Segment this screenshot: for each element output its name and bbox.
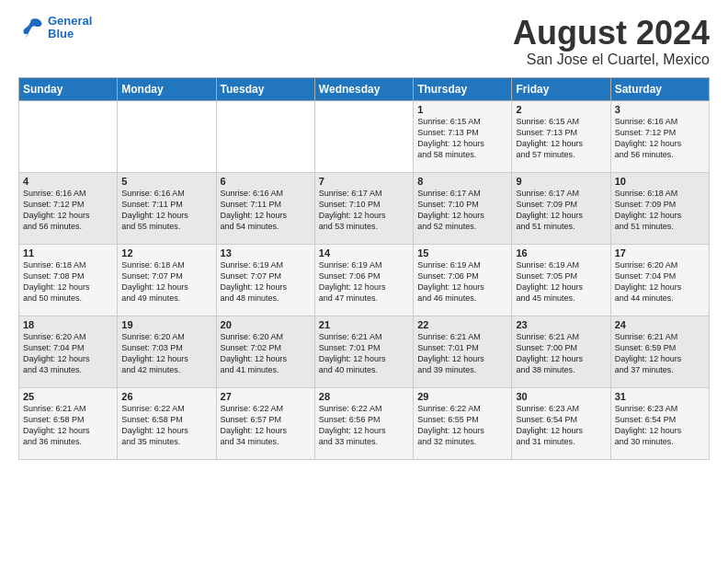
- day-header-sunday: Sunday: [19, 77, 118, 100]
- calendar-cell: 10Sunrise: 6:18 AM Sunset: 7:09 PM Dayli…: [610, 172, 709, 244]
- day-number: 8: [417, 176, 507, 187]
- logo: General Blue: [18, 15, 92, 41]
- subtitle: San Jose el Cuartel, Mexico: [513, 52, 710, 68]
- cell-info: Sunrise: 6:21 AM Sunset: 7:01 PM Dayligh…: [319, 331, 409, 376]
- calendar-cell: 11Sunrise: 6:18 AM Sunset: 7:08 PM Dayli…: [19, 244, 118, 316]
- day-number: 3: [615, 104, 705, 115]
- calendar-cell: 19Sunrise: 6:20 AM Sunset: 7:03 PM Dayli…: [118, 316, 216, 387]
- calendar-cell: [314, 100, 413, 172]
- cell-info: Sunrise: 6:21 AM Sunset: 7:01 PM Dayligh…: [417, 331, 507, 376]
- cell-info: Sunrise: 6:19 AM Sunset: 7:07 PM Dayligh…: [221, 259, 311, 304]
- day-header-wednesday: Wednesday: [314, 77, 413, 100]
- day-number: 6: [221, 176, 311, 187]
- calendar-cell: 23Sunrise: 6:21 AM Sunset: 7:00 PM Dayli…: [512, 316, 610, 387]
- logo-line1: General: [48, 15, 92, 28]
- calendar-week-3: 11Sunrise: 6:18 AM Sunset: 7:08 PM Dayli…: [19, 244, 710, 316]
- cell-info: Sunrise: 6:18 AM Sunset: 7:07 PM Dayligh…: [121, 259, 211, 304]
- calendar-cell: 31Sunrise: 6:23 AM Sunset: 6:54 PM Dayli…: [610, 387, 709, 459]
- day-number: 2: [516, 104, 606, 115]
- calendar-table: SundayMondayTuesdayWednesdayThursdayFrid…: [18, 77, 710, 460]
- calendar-cell: 13Sunrise: 6:19 AM Sunset: 7:07 PM Dayli…: [216, 244, 314, 316]
- cell-info: Sunrise: 6:18 AM Sunset: 7:09 PM Dayligh…: [615, 188, 705, 233]
- cell-info: Sunrise: 6:19 AM Sunset: 7:06 PM Dayligh…: [319, 259, 409, 304]
- cell-info: Sunrise: 6:22 AM Sunset: 6:56 PM Dayligh…: [319, 403, 409, 448]
- calendar-cell: 7Sunrise: 6:17 AM Sunset: 7:10 PM Daylig…: [314, 172, 413, 244]
- day-number: 11: [23, 247, 113, 259]
- cell-info: Sunrise: 6:15 AM Sunset: 7:13 PM Dayligh…: [516, 116, 606, 161]
- calendar-cell: 24Sunrise: 6:21 AM Sunset: 6:59 PM Dayli…: [610, 316, 709, 387]
- calendar-cell: 12Sunrise: 6:18 AM Sunset: 7:07 PM Dayli…: [118, 244, 216, 316]
- day-number: 30: [516, 391, 606, 402]
- cell-info: Sunrise: 6:20 AM Sunset: 7:04 PM Dayligh…: [23, 331, 113, 376]
- calendar-week-5: 25Sunrise: 6:21 AM Sunset: 6:58 PM Dayli…: [19, 387, 710, 459]
- day-number: 23: [516, 319, 606, 330]
- cell-info: Sunrise: 6:19 AM Sunset: 7:06 PM Dayligh…: [417, 259, 507, 304]
- main-title: August 2024: [513, 15, 710, 52]
- day-number: 31: [615, 391, 705, 402]
- calendar-cell: 26Sunrise: 6:22 AM Sunset: 6:58 PM Dayli…: [118, 387, 216, 459]
- day-number: 14: [319, 247, 409, 259]
- day-number: 4: [23, 176, 113, 187]
- day-header-saturday: Saturday: [610, 77, 709, 100]
- calendar-header-row: SundayMondayTuesdayWednesdayThursdayFrid…: [19, 77, 710, 100]
- day-header-tuesday: Tuesday: [216, 77, 314, 100]
- day-header-friday: Friday: [512, 77, 610, 100]
- cell-info: Sunrise: 6:21 AM Sunset: 6:59 PM Dayligh…: [615, 331, 705, 376]
- calendar-cell: 2Sunrise: 6:15 AM Sunset: 7:13 PM Daylig…: [512, 100, 610, 172]
- cell-info: Sunrise: 6:16 AM Sunset: 7:12 PM Dayligh…: [23, 188, 113, 233]
- day-number: 25: [23, 391, 113, 402]
- calendar-body: 1Sunrise: 6:15 AM Sunset: 7:13 PM Daylig…: [19, 100, 710, 459]
- day-number: 5: [121, 176, 211, 187]
- day-number: 10: [615, 176, 705, 187]
- calendar-cell: 30Sunrise: 6:23 AM Sunset: 6:54 PM Dayli…: [512, 387, 610, 459]
- cell-info: Sunrise: 6:22 AM Sunset: 6:58 PM Dayligh…: [121, 403, 211, 448]
- day-number: 24: [615, 319, 705, 330]
- day-number: 18: [23, 319, 113, 330]
- cell-info: Sunrise: 6:15 AM Sunset: 7:13 PM Dayligh…: [417, 116, 507, 161]
- day-number: 21: [319, 319, 409, 330]
- day-number: 13: [221, 247, 311, 259]
- day-number: 22: [417, 319, 507, 330]
- calendar-cell: 16Sunrise: 6:19 AM Sunset: 7:05 PM Dayli…: [512, 244, 610, 316]
- cell-info: Sunrise: 6:16 AM Sunset: 7:11 PM Dayligh…: [221, 188, 311, 233]
- calendar-cell: 18Sunrise: 6:20 AM Sunset: 7:04 PM Dayli…: [19, 316, 118, 387]
- day-number: 20: [221, 319, 311, 330]
- logo-icon: [18, 15, 44, 40]
- cell-info: Sunrise: 6:19 AM Sunset: 7:05 PM Dayligh…: [516, 259, 606, 304]
- cell-info: Sunrise: 6:20 AM Sunset: 7:03 PM Dayligh…: [121, 331, 211, 376]
- calendar-cell: [216, 100, 314, 172]
- calendar-cell: 25Sunrise: 6:21 AM Sunset: 6:58 PM Dayli…: [19, 387, 118, 459]
- calendar-cell: 6Sunrise: 6:16 AM Sunset: 7:11 PM Daylig…: [216, 172, 314, 244]
- day-number: 26: [121, 391, 211, 402]
- page: General Blue August 2024 San Jose el Cua…: [0, 0, 728, 469]
- cell-info: Sunrise: 6:16 AM Sunset: 7:11 PM Dayligh…: [121, 188, 211, 233]
- day-number: 19: [121, 319, 211, 330]
- logo-text: General Blue: [48, 15, 92, 41]
- calendar-cell: 27Sunrise: 6:22 AM Sunset: 6:57 PM Dayli…: [216, 387, 314, 459]
- cell-info: Sunrise: 6:17 AM Sunset: 7:10 PM Dayligh…: [319, 188, 409, 233]
- logo-line2: Blue: [48, 28, 92, 40]
- cell-info: Sunrise: 6:17 AM Sunset: 7:10 PM Dayligh…: [417, 188, 507, 233]
- title-area: August 2024 San Jose el Cuartel, Mexico: [513, 15, 710, 68]
- calendar-cell: 9Sunrise: 6:17 AM Sunset: 7:09 PM Daylig…: [512, 172, 610, 244]
- cell-info: Sunrise: 6:20 AM Sunset: 7:02 PM Dayligh…: [221, 331, 311, 376]
- day-number: 7: [319, 176, 409, 187]
- cell-info: Sunrise: 6:21 AM Sunset: 7:00 PM Dayligh…: [516, 331, 606, 376]
- cell-info: Sunrise: 6:22 AM Sunset: 6:57 PM Dayligh…: [221, 403, 311, 448]
- calendar-cell: 4Sunrise: 6:16 AM Sunset: 7:12 PM Daylig…: [19, 172, 118, 244]
- cell-info: Sunrise: 6:21 AM Sunset: 6:58 PM Dayligh…: [23, 403, 113, 448]
- cell-info: Sunrise: 6:23 AM Sunset: 6:54 PM Dayligh…: [516, 403, 606, 448]
- cell-info: Sunrise: 6:16 AM Sunset: 7:12 PM Dayligh…: [615, 116, 705, 161]
- calendar-cell: 20Sunrise: 6:20 AM Sunset: 7:02 PM Dayli…: [216, 316, 314, 387]
- calendar-cell: 22Sunrise: 6:21 AM Sunset: 7:01 PM Dayli…: [414, 316, 512, 387]
- calendar-week-1: 1Sunrise: 6:15 AM Sunset: 7:13 PM Daylig…: [19, 100, 710, 172]
- day-header-thursday: Thursday: [414, 77, 512, 100]
- calendar-cell: 8Sunrise: 6:17 AM Sunset: 7:10 PM Daylig…: [414, 172, 512, 244]
- day-number: 1: [417, 104, 507, 115]
- cell-info: Sunrise: 6:17 AM Sunset: 7:09 PM Dayligh…: [516, 188, 606, 233]
- day-number: 15: [417, 247, 507, 259]
- calendar-cell: 21Sunrise: 6:21 AM Sunset: 7:01 PM Dayli…: [314, 316, 413, 387]
- calendar-cell: 1Sunrise: 6:15 AM Sunset: 7:13 PM Daylig…: [414, 100, 512, 172]
- calendar-cell: 5Sunrise: 6:16 AM Sunset: 7:11 PM Daylig…: [118, 172, 216, 244]
- cell-info: Sunrise: 6:18 AM Sunset: 7:08 PM Dayligh…: [23, 259, 113, 304]
